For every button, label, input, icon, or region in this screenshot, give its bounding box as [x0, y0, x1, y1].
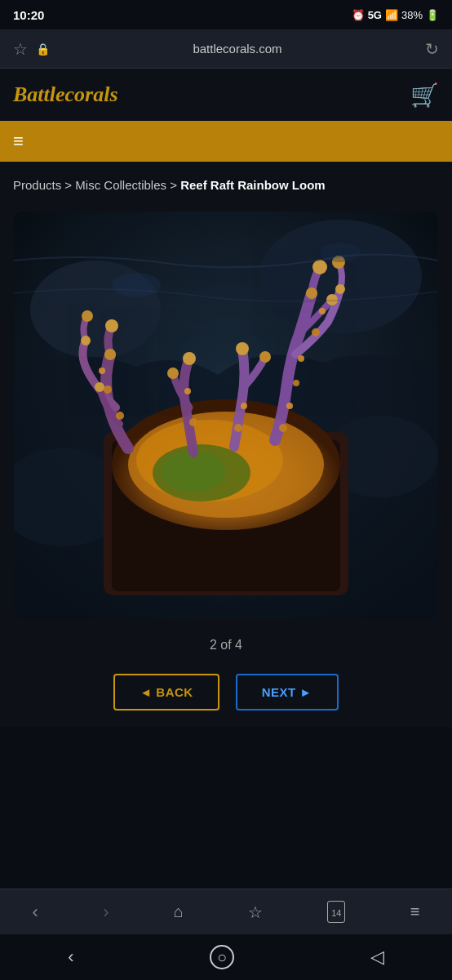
- breadcrumb-misc-collectibles[interactable]: Misc Collectibles: [75, 178, 166, 192]
- svg-point-21: [335, 284, 345, 294]
- breadcrumb-sep1: >: [61, 178, 75, 192]
- app-header: Battlecorals 🛒: [0, 69, 452, 121]
- image-counter: 2 of 4: [0, 628, 452, 662]
- svg-point-30: [184, 388, 191, 394]
- svg-point-27: [104, 385, 112, 394]
- gesture-recent-icon[interactable]: ◁: [370, 947, 384, 968]
- bottom-browser-nav: ‹ › ⌂ ☆ 14 ≡: [0, 889, 452, 934]
- hamburger-menu-icon[interactable]: ≡: [13, 132, 24, 150]
- nav-buttons: ◄ BACK NEXT ►: [0, 662, 452, 727]
- browser-bookmark-icon[interactable]: ☆: [248, 902, 263, 922]
- battery-text: 38%: [401, 9, 423, 21]
- next-button[interactable]: NEXT ►: [236, 674, 339, 710]
- url-bar[interactable]: battlecorals.com: [50, 42, 425, 56]
- svg-point-13: [82, 310, 93, 322]
- svg-point-26: [116, 412, 124, 420]
- svg-point-36: [298, 355, 304, 362]
- product-image-section: [0, 203, 452, 628]
- svg-point-12: [105, 319, 118, 332]
- svg-point-37: [312, 328, 320, 336]
- browser-menu-icon[interactable]: ≡: [410, 902, 420, 921]
- status-icons: ⏰ 5G 📶 38% 🔋: [352, 9, 439, 21]
- svg-point-16: [81, 336, 91, 345]
- bookmark-star-icon[interactable]: ☆: [13, 39, 28, 59]
- browser-back-icon[interactable]: ‹: [33, 902, 38, 923]
- gesture-back-icon[interactable]: ‹: [68, 947, 73, 968]
- svg-point-32: [241, 403, 247, 409]
- svg-point-15: [104, 349, 116, 360]
- product-image-wrapper[interactable]: [14, 212, 438, 620]
- lock-icon: 🔒: [36, 42, 50, 56]
- browser-forward-icon[interactable]: ›: [103, 902, 109, 923]
- svg-point-39: [112, 273, 161, 297]
- browser-bar-left: ☆ 🔒: [13, 39, 50, 59]
- svg-point-25: [259, 351, 271, 363]
- browser-tabs-icon[interactable]: 14: [327, 901, 345, 923]
- svg-point-17: [312, 260, 327, 274]
- image-counter-text: 2 of 4: [210, 638, 242, 652]
- svg-point-23: [167, 368, 179, 379]
- svg-point-19: [326, 294, 338, 305]
- alarm-icon: ⏰: [352, 9, 365, 21]
- gesture-home-icon[interactable]: ○: [210, 945, 234, 969]
- breadcrumb-products[interactable]: Products: [13, 178, 61, 192]
- status-bar: 10:20 ⏰ 5G 📶 38% 🔋: [0, 0, 452, 29]
- browser-bar: ☆ 🔒 battlecorals.com ↻: [0, 29, 452, 69]
- svg-point-31: [234, 424, 242, 432]
- battery-icon: 🔋: [426, 9, 439, 21]
- breadcrumb-section: Products > Misc Collectibles > Reef Raft…: [0, 162, 452, 203]
- svg-point-14: [95, 382, 104, 392]
- svg-point-33: [279, 424, 287, 432]
- svg-point-22: [183, 352, 196, 365]
- signal-icon: 5G: [368, 9, 382, 21]
- svg-point-29: [189, 418, 197, 426]
- svg-point-38: [319, 308, 326, 314]
- tab-square-icon: 14: [327, 901, 345, 923]
- cart-icon[interactable]: 🛒: [410, 82, 439, 109]
- status-time: 10:20: [13, 8, 44, 22]
- breadcrumb: Products > Misc Collectibles > Reef Raft…: [13, 176, 439, 195]
- signal-bars-icon: 📶: [385, 9, 398, 21]
- breadcrumb-sep2: >: [166, 178, 180, 192]
- svg-point-24: [236, 342, 249, 355]
- breadcrumb-current: Reef Raft Rainbow Loom: [180, 178, 326, 192]
- gesture-bar: ‹ ○ ◁: [0, 934, 452, 980]
- nav-bar: ≡: [0, 121, 452, 162]
- coral-image: [14, 212, 438, 620]
- back-button[interactable]: ◄ BACK: [113, 674, 219, 710]
- svg-point-34: [286, 403, 293, 409]
- svg-point-35: [293, 380, 299, 386]
- svg-point-28: [99, 368, 105, 374]
- brand-logo[interactable]: Battlecorals: [13, 82, 118, 107]
- browser-home-icon[interactable]: ⌂: [174, 902, 184, 921]
- svg-point-20: [306, 287, 317, 299]
- tab-count-label: 14: [331, 908, 341, 918]
- refresh-icon[interactable]: ↻: [425, 39, 439, 59]
